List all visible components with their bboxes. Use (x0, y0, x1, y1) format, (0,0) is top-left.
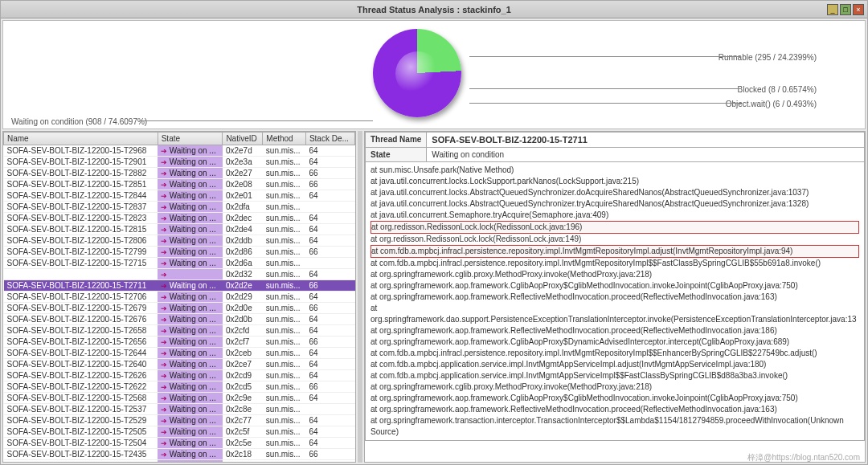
table-cell: sun.mis... (263, 370, 306, 381)
table-cell: 64 (305, 190, 354, 202)
minimize-button[interactable]: _ (827, 4, 838, 15)
table-row[interactable]: SOFA-SEV-BOLT-BIZ-12200-15-T2806Waiting … (4, 235, 355, 247)
table-cell: sun.mis... (263, 235, 306, 247)
stack-frame: at com.fdb.a.mpbcj.application.service.i… (371, 370, 859, 381)
table-cell: SOFA-SEV-BOLT-BIZ-12200-15-T2823 (4, 213, 158, 224)
stack-frame: at java.util.concurrent.locks.AbstractQu… (371, 198, 859, 210)
table-cell: 0x2d0b (223, 314, 263, 325)
stack-frame: org.springframework.dao.support.Persiste… (371, 314, 859, 325)
table-cell: SOFA-SEV-BOLT-BIZ-12200-15-T2568 (4, 393, 158, 404)
column-header[interactable]: State (158, 133, 223, 145)
table-cell: Waiting on ... (158, 370, 223, 381)
app-window: Thread Status Analysis : stackinfo_1 _ □… (0, 0, 868, 465)
table-cell: 0x2cd5 (223, 381, 263, 393)
table-cell: Waiting on ... (158, 202, 223, 213)
table-row[interactable]: SOFA-SEV-BOLT-BIZ-12200-15-T2504Waiting … (4, 438, 355, 449)
table-cell: Waiting on ... (158, 426, 223, 438)
column-header[interactable]: Method (263, 133, 306, 145)
table-row[interactable]: SOFA-SEV-BOLT-BIZ-12200-15-T2658Waiting … (4, 325, 355, 337)
table-cell: Waiting on ... (158, 168, 223, 179)
table-cell: sun.mis... (263, 303, 306, 314)
table-row[interactable]: SOFA-SEV-BOLT-BIZ-12200-15-T2844Waiting … (4, 190, 355, 202)
table-row[interactable]: SOFA-SEV-BOLT-BIZ-12200-15-T2435Waiting … (4, 449, 355, 460)
table-row[interactable]: SOFA-SEV-BOLT-BIZ-12200-15-T2622Waiting … (4, 381, 355, 393)
table-row[interactable]: 0x2d32sun.mis...64 (4, 269, 355, 280)
table-cell: 0x2d29 (223, 292, 263, 303)
thread-status-pie[interactable] (373, 29, 461, 117)
table-cell: Waiting on ... (158, 438, 223, 449)
table-row[interactable]: SOFA-SEV-BOLT-BIZ-12200-15-T2711Waiting … (4, 280, 355, 292)
table-cell: 66 (305, 280, 354, 292)
table-cell: SOFA-SEV-BOLT-BIZ-12200-15-T2799 (4, 247, 158, 258)
stack-frame: at org.springframework.aop.framework.Ref… (371, 292, 859, 303)
stack-trace[interactable]: at sun.misc.Unsafe.park(Native Method)at… (371, 165, 859, 438)
table-cell: 0x2c09 (223, 460, 263, 463)
table-cell: 0x2cfd (223, 325, 263, 337)
maximize-button[interactable]: □ (840, 4, 851, 15)
detail-key-threadname: Thread Name (366, 133, 427, 148)
detail-threadname: SOFA-SEV-BOLT-BIZ-12200-15-T2711 (427, 133, 865, 148)
table-row[interactable]: SOFA-SEV-BOLT-BIZ-12200-15-T2968Waiting … (4, 145, 355, 157)
column-header[interactable]: NativeID (223, 133, 263, 145)
table-cell: SOFA-SEV-BOLT-BIZ-12200-15-T2644 (4, 348, 158, 359)
leader-line-icon (469, 88, 741, 89)
table-cell: 0x2c18 (223, 449, 263, 460)
title-bar[interactable]: Thread Status Analysis : stackinfo_1 _ □… (1, 1, 867, 18)
table-cell: sun.mis... (263, 348, 306, 359)
table-cell: 0x2d2e (223, 280, 263, 292)
table-cell: 0x2d86 (223, 247, 263, 258)
table-row[interactable]: SOFA-SEV-BOLT-BIZ-12200-15-T2537Waiting … (4, 404, 355, 415)
table-row[interactable]: SOFA-SEV-BOLT-BIZ-12200-15-T2568Waiting … (4, 393, 355, 404)
table-cell: Waiting on ... (158, 258, 223, 269)
table-row[interactable]: SOFA-SEV-BOLT-BIZ-12200-15-T2679Waiting … (4, 303, 355, 314)
table-row[interactable]: SOFA-SEV-BOLT-BIZ-12200-15-T2901Waiting … (4, 157, 355, 168)
table-cell: sun.mis... (263, 404, 306, 415)
column-header[interactable]: Name (4, 133, 158, 145)
stack-frame: at java.util.concurrent.locks.AbstractQu… (371, 187, 859, 198)
table-cell: SOFA-SEV-BOLT-BIZ-12200-15-T2882 (4, 168, 158, 179)
leader-line-icon (469, 103, 741, 104)
table-cell: SOFA-SEV-BOLT-BIZ-12200-15-T2837 (4, 202, 158, 213)
table-row[interactable]: SOFA-SEV-BOLT-BIZ-12200-15-T2851Waiting … (4, 179, 355, 190)
table-row[interactable]: SOFA-SEV-BOLT-BIZ-12200-15-T2640Waiting … (4, 359, 355, 370)
stack-frame: at com.fdb.a.mpbcj.application.service.i… (371, 359, 859, 370)
stack-frame: Source) (371, 426, 859, 438)
close-button[interactable]: × (853, 4, 864, 15)
table-cell: SOFA-SEV-BOLT-BIZ-12200-15-T2435 (4, 449, 158, 460)
table-cell: 66 (305, 303, 354, 314)
table-row[interactable]: SOFA-SEV-BOLT-BIZ-12200-15-T2420Waiting … (4, 460, 355, 463)
table-cell: SOFA-SEV-BOLT-BIZ-12200-15-T2505 (4, 426, 158, 438)
column-header[interactable]: Stack De... (305, 133, 354, 145)
legend-waiting: Waiting on condition (908 / 74.6097%) (11, 117, 147, 126)
table-cell: SOFA-SEV-BOLT-BIZ-12200-15-T2806 (4, 235, 158, 247)
table-row[interactable]: SOFA-SEV-BOLT-BIZ-12200-15-T2626Waiting … (4, 370, 355, 381)
table-row[interactable]: SOFA-SEV-BOLT-BIZ-12200-15-T2837Waiting … (4, 202, 355, 213)
table-row[interactable]: SOFA-SEV-BOLT-BIZ-12200-15-T2656Waiting … (4, 337, 355, 348)
table-row[interactable]: SOFA-SEV-BOLT-BIZ-12200-15-T2529Waiting … (4, 415, 355, 426)
table-cell: 0x2c5f (223, 426, 263, 438)
table-cell: 0x2e01 (223, 190, 263, 202)
thread-table[interactable]: NameStateNativeIDMethodStack De... SOFA-… (3, 132, 355, 463)
table-row[interactable]: SOFA-SEV-BOLT-BIZ-12200-15-T2799Waiting … (4, 247, 355, 258)
table-row[interactable]: SOFA-SEV-BOLT-BIZ-12200-15-T2823Waiting … (4, 213, 355, 224)
table-cell: Waiting on ... (158, 213, 223, 224)
table-row[interactable]: SOFA-SEV-BOLT-BIZ-12200-15-T2815Waiting … (4, 224, 355, 235)
table-cell: sun.mis... (263, 247, 306, 258)
table-row[interactable]: SOFA-SEV-BOLT-BIZ-12200-15-T2505Waiting … (4, 426, 355, 438)
table-cell: 64 (305, 145, 354, 157)
stack-frame: at org.springframework.cglib.proxy.Metho… (371, 381, 859, 393)
thread-detail-panel[interactable]: Thread Name SOFA-SEV-BOLT-BIZ-12200-15-T… (364, 131, 866, 463)
table-row[interactable]: SOFA-SEV-BOLT-BIZ-12200-15-T2644Waiting … (4, 348, 355, 359)
table-cell: SOFA-SEV-BOLT-BIZ-12200-15-T2844 (4, 190, 158, 202)
table-cell: SOFA-SEV-BOLT-BIZ-12200-15-T2658 (4, 325, 158, 337)
table-cell: Waiting on ... (158, 337, 223, 348)
vertical-splitter[interactable] (358, 131, 362, 463)
table-cell: sun.mis... (263, 213, 306, 224)
table-cell: SOFA-SEV-BOLT-BIZ-12200-15-T2626 (4, 370, 158, 381)
thread-table-panel[interactable]: NameStateNativeIDMethodStack De... SOFA-… (2, 131, 356, 463)
table-cell: 64 (305, 359, 354, 370)
table-row[interactable]: SOFA-SEV-BOLT-BIZ-12200-15-T2676Waiting … (4, 314, 355, 325)
table-row[interactable]: SOFA-SEV-BOLT-BIZ-12200-15-T2706Waiting … (4, 292, 355, 303)
table-row[interactable]: SOFA-SEV-BOLT-BIZ-12200-15-T2715Waiting … (4, 258, 355, 269)
table-row[interactable]: SOFA-SEV-BOLT-BIZ-12200-15-T2882Waiting … (4, 168, 355, 179)
